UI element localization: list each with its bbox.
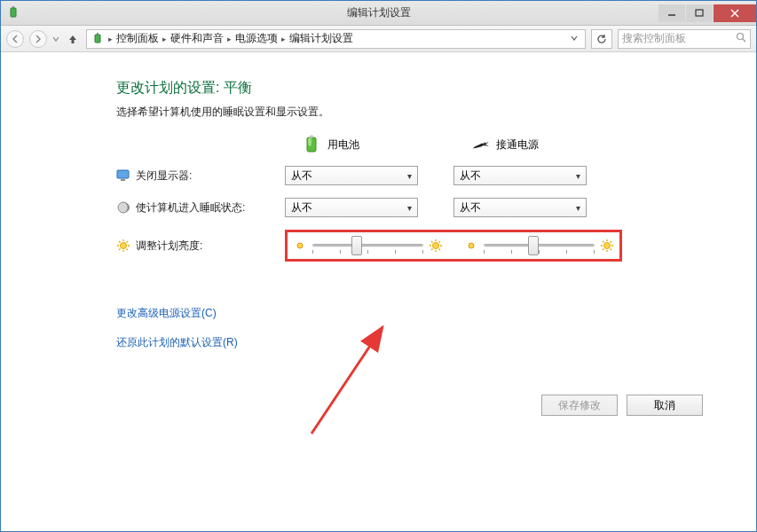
column-label: 接通电源	[496, 137, 539, 153]
svg-line-14	[486, 143, 488, 144]
brightness-highlight-box	[285, 230, 622, 262]
svg-line-27	[127, 241, 129, 243]
svg-rect-6	[95, 35, 100, 43]
svg-rect-13	[484, 143, 486, 146]
bright-sun-icon	[600, 239, 614, 253]
slider-thumb[interactable]	[528, 236, 539, 255]
search-icon	[736, 32, 746, 45]
window-title: 编辑计划设置	[1, 5, 756, 20]
brightness-slider-battery	[293, 238, 443, 254]
breadcrumb-item[interactable]: 电源选项▸	[235, 31, 286, 46]
save-button[interactable]: 保存修改	[541, 395, 618, 416]
svg-line-26	[119, 249, 121, 251]
footer-buttons: 保存修改 取消	[541, 395, 703, 416]
dropdown-display-battery[interactable]: 从不 ▾	[285, 166, 418, 185]
slider-thumb[interactable]	[351, 236, 362, 255]
column-label: 用电池	[327, 137, 359, 153]
row-label-sleep: 使计算机进入睡眠状态:	[116, 200, 285, 215]
chevron-right-icon: ▸	[281, 35, 286, 43]
dropdown-value: 从不	[291, 168, 312, 184]
maximize-button[interactable]	[686, 4, 713, 22]
search-input[interactable]: 搜索控制面板	[618, 29, 751, 49]
svg-rect-16	[117, 170, 129, 178]
page-subtitle: 选择希望计算机使用的睡眠设置和显示设置。	[116, 105, 703, 120]
breadcrumb-label: 电源选项	[235, 31, 278, 46]
dropdown-display-plugged[interactable]: 从不 ▾	[453, 166, 587, 185]
address-bar[interactable]: ▸ 控制面板▸ 硬件和声音▸ 电源选项▸ 编辑计划设置	[86, 29, 586, 49]
plug-icon	[471, 136, 489, 153]
chevron-down-icon: ▾	[407, 203, 412, 213]
up-button[interactable]	[65, 30, 81, 48]
page-title: 更改计划的设置: 平衡	[116, 79, 703, 98]
svg-line-25	[127, 249, 129, 251]
svg-line-34	[431, 241, 433, 243]
svg-point-12	[308, 137, 311, 146]
settings-grid: 用电池 接通电源 关闭显示器: 从不 ▾ 从不 ▾	[116, 136, 703, 262]
svg-rect-11	[310, 136, 313, 138]
svg-point-19	[121, 243, 127, 249]
breadcrumb-label: 控制面板	[116, 31, 159, 46]
svg-line-45	[611, 249, 612, 251]
window-buttons	[658, 4, 756, 22]
svg-point-38	[469, 243, 474, 248]
svg-line-35	[439, 249, 441, 251]
row-label-text: 关闭显示器:	[136, 168, 192, 184]
link-advanced-settings[interactable]: 更改高级电源设置(C)	[116, 306, 703, 321]
monitor-icon	[116, 168, 130, 183]
search-placeholder: 搜索控制面板	[622, 31, 686, 46]
links-section: 更改高级电源设置(C) 还原此计划的默认设置(R)	[116, 306, 703, 350]
dropdown-value: 从不	[460, 200, 481, 215]
minimize-button[interactable]	[658, 4, 685, 22]
breadcrumb-item[interactable]: 控制面板▸	[116, 31, 167, 46]
svg-point-28	[297, 243, 303, 248]
close-button[interactable]	[714, 4, 756, 22]
address-dropdown[interactable]	[567, 34, 581, 43]
brightness-slider-plugged	[464, 238, 614, 254]
svg-rect-0	[11, 8, 16, 17]
breadcrumb-item[interactable]: 编辑计划设置	[289, 31, 353, 46]
content-area: 更改计划的设置: 平衡 选择希望计算机使用的睡眠设置和显示设置。 用电池 接通电…	[1, 52, 756, 531]
chevron-right-icon: ▸	[162, 35, 167, 43]
dim-sun-icon	[464, 239, 478, 253]
link-restore-defaults[interactable]: 还原此计划的默认设置(R)	[116, 335, 703, 350]
nav-bar: ▸ 控制面板▸ 硬件和声音▸ 电源选项▸ 编辑计划设置 搜索控制面板	[1, 26, 756, 52]
chevron-right-icon: ▸	[108, 35, 113, 43]
svg-rect-1	[12, 6, 14, 8]
cancel-button[interactable]: 取消	[627, 395, 703, 416]
dropdown-sleep-battery[interactable]: 从不 ▾	[285, 198, 418, 217]
dropdown-sleep-plugged[interactable]: 从不 ▾	[453, 198, 587, 217]
row-label-display-off: 关闭显示器:	[116, 168, 285, 184]
battery-icon	[303, 136, 320, 153]
history-dropdown[interactable]	[52, 33, 59, 45]
svg-line-47	[611, 241, 612, 243]
breadcrumb-label: 编辑计划设置	[289, 31, 353, 46]
dropdown-value: 从不	[291, 200, 312, 215]
chevron-down-icon: ▾	[576, 203, 580, 213]
app-icon	[6, 6, 20, 20]
slider-battery[interactable]	[312, 238, 423, 254]
breadcrumb-label: 硬件和声音	[170, 31, 224, 46]
dropdown-value: 从不	[460, 168, 481, 184]
svg-rect-3	[696, 10, 703, 16]
breadcrumb-item[interactable]: 硬件和声音▸	[170, 31, 232, 46]
title-bar: 编辑计划设置	[1, 1, 756, 26]
row-label-text: 使计算机进入睡眠状态:	[136, 200, 245, 215]
dim-sun-icon	[293, 239, 307, 253]
forward-button[interactable]	[29, 30, 47, 48]
row-label-brightness: 调整计划亮度:	[116, 239, 285, 254]
svg-rect-17	[121, 179, 125, 181]
svg-line-36	[431, 249, 433, 251]
row-label-text: 调整计划亮度:	[136, 239, 202, 254]
refresh-button[interactable]	[591, 29, 612, 49]
slider-plugged[interactable]	[484, 238, 595, 254]
svg-line-44	[603, 241, 604, 243]
svg-point-8	[737, 34, 744, 40]
svg-line-15	[486, 145, 488, 146]
bright-sun-icon	[429, 239, 443, 253]
back-button[interactable]	[6, 30, 24, 48]
svg-line-24	[119, 241, 121, 243]
power-icon	[91, 32, 105, 46]
svg-point-39	[604, 243, 611, 249]
svg-line-46	[603, 249, 604, 251]
svg-rect-7	[97, 33, 99, 35]
